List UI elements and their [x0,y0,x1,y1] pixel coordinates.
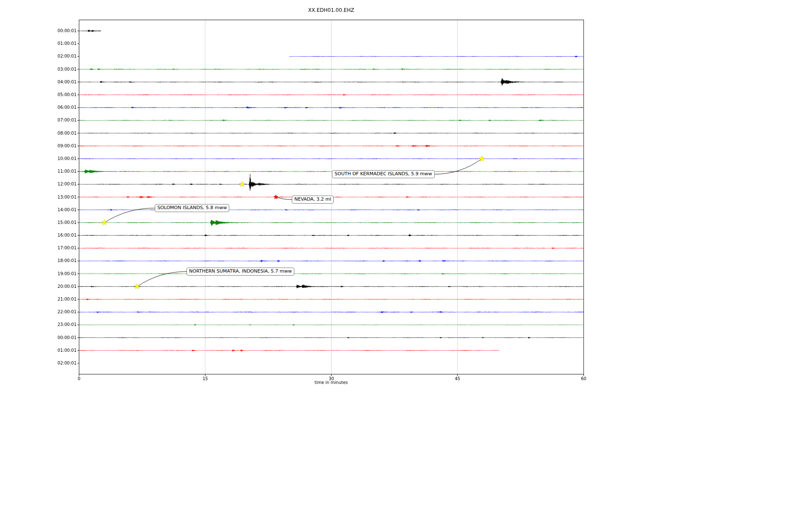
y-tick-label: 16:00:01 [43,233,77,238]
annotation-nevada: NEVADA, 3.2 ml [292,196,334,204]
y-tick-label: 17:00:01 [43,246,77,251]
x-tick-label: 30 [322,376,341,381]
y-tick-label: 01:00:01 [43,41,77,46]
seismogram-plot-canvas [0,0,812,508]
seismogram-figure: XX.EDH01.00.EHZ time in minutes 00:00:01… [0,0,812,508]
y-tick-label: 08:00:01 [43,131,77,136]
x-tick-label: 60 [574,376,593,381]
y-tick-label: 10:00:01 [43,156,77,161]
y-tick-label: 06:00:01 [43,105,77,110]
y-tick-label: 03:00:01 [43,67,77,72]
y-tick-label: 00:00:01 [43,335,77,340]
y-tick-label: 02:00:01 [43,54,77,59]
y-tick-label: 12:00:01 [43,182,77,187]
annotation-northern-sumatra: NORTHERN SUMATRA, INDONESIA, 5.7 mww [187,268,294,276]
chart-title: XX.EDH01.00.EHZ [247,7,416,13]
y-tick-label: 00:00:01 [43,28,77,33]
y-tick-label: 09:00:01 [43,144,77,149]
y-tick-label: 20:00:01 [43,284,77,289]
annotation-solomon-islands: SOLOMON ISLANDS, 5.8 mww [155,204,229,212]
y-tick-label: 22:00:01 [43,309,77,315]
y-tick-label: 18:00:01 [43,258,77,263]
y-tick-label: 01:00:01 [43,348,77,353]
x-tick-label: 0 [70,376,88,381]
x-tick-label: 15 [196,376,214,381]
y-tick-label: 14:00:01 [43,207,77,213]
annotation-kermadec-islands: SOUTH OF KERMADEC ISLANDS, 5.9 mww [332,170,435,178]
x-tick-label: 45 [448,376,467,381]
y-tick-label: 21:00:01 [43,297,77,302]
y-tick-label: 05:00:01 [43,92,77,97]
y-tick-label: 02:00:01 [43,361,77,366]
y-tick-label: 13:00:01 [43,195,77,200]
y-tick-label: 15:00:01 [43,220,77,225]
y-tick-label: 07:00:01 [43,118,77,123]
y-tick-label: 23:00:01 [43,322,77,327]
y-tick-label: 11:00:01 [43,169,77,174]
y-tick-label: 04:00:01 [43,80,77,85]
y-tick-label: 19:00:01 [43,271,77,276]
